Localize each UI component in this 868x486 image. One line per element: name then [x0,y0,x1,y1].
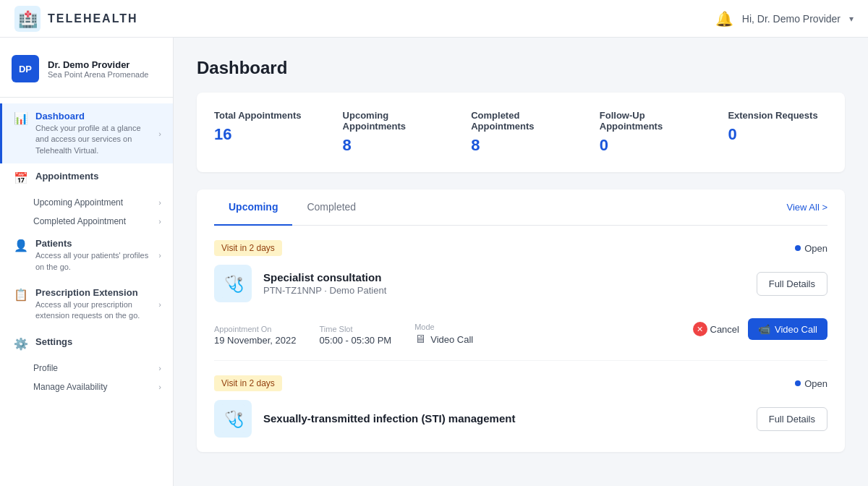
stat-label: Extension Requests [728,110,827,121]
svg-text:🏥: 🏥 [18,9,38,29]
chevron-right-icon: › [158,300,161,309]
sidebar: DP Dr. Demo Provider Sea Point Arena Pro… [0,38,174,486]
stat-label: Upcoming Appointments [343,110,443,132]
user-name: Dr. Demo Provider [48,59,148,70]
time-slot-group: Time Slot 05:00 - 05:30 PM [319,325,391,346]
sidebar-subitem-profile[interactable]: Profile › [0,359,173,378]
prescription-icon: 📋 [14,288,28,302]
sidebar-item-label: Appointments [35,171,161,182]
visit-badge: Visit in 2 days [214,240,282,256]
appointment-icon: 🩺 [214,265,252,302]
logo-text: TELEHEALTH [48,12,138,25]
stat-total-appointments: Total Appointments 16 [214,110,314,155]
mode-label: Mode [414,323,473,331]
appointment-card: Visit in 2 days Open 🩺 Sexually-tr [214,361,827,452]
stat-value: 8 [471,136,571,155]
time-slot-value: 05:00 - 05:30 PM [319,335,391,346]
tab-completed[interactable]: Completed [292,189,370,226]
subitem-label: Completed Appointment [33,216,126,226]
status-text: Open [804,378,827,389]
user-location: Sea Point Arena Promenade [48,70,148,79]
status-indicator: Open [795,378,827,389]
subitem-label: Profile [33,363,58,373]
stat-value: 8 [343,136,443,155]
user-profile: DP Dr. Demo Provider Sea Point Arena Pro… [0,49,173,98]
sidebar-subitem-manage-availability[interactable]: Manage Availability › [0,378,173,396]
stat-completed-appointments: Completed Appointments 8 [471,110,571,155]
tabs-list: Upcoming Completed [214,189,370,225]
status-dot [795,380,801,386]
appointment-title: Specialist consultation [263,271,745,284]
chevron-right-icon: › [158,364,161,372]
logo-container: 🏥 TELEHEALTH [14,6,138,32]
sidebar-item-label: Patients [35,238,151,249]
app-layout: DP Dr. Demo Provider Sea Point Arena Pro… [0,38,868,486]
view-all-link[interactable]: View All > [787,202,828,213]
sidebar-item-patients[interactable]: 👤 Patients Access all your patients' pro… [0,231,173,280]
appointment-icon: 🩺 [214,400,252,438]
stat-followup-appointments: Follow-Up Appointments 0 [600,110,699,155]
stat-label: Completed Appointments [471,110,571,132]
video-call-button[interactable]: 📹 Video Call [748,318,827,340]
appointment-on-label: Appointment On [214,325,296,333]
user-greeting: Hi, Dr. Demo Provider [742,13,841,25]
cancel-label: Cancel [710,324,739,335]
tab-upcoming[interactable]: Upcoming [214,189,292,226]
top-header: 🏥 TELEHEALTH 🔔 Hi, Dr. Demo Provider ▾ [0,0,868,38]
sidebar-item-desc: Check your profile at a glance and acces… [35,123,151,156]
logo-icon: 🏥 [14,6,41,32]
settings-icon: ⚙️ [14,337,28,351]
appointment-patient: PTN-TZ1NNP · Demo Patient [263,285,745,296]
full-details-button[interactable]: Full Details [757,407,827,431]
video-call-label: Video Call [775,324,817,335]
mode-group: Mode 🖥 Video Call [414,323,473,346]
appointment-date-group: Appointment On 19 November, 2022 [214,325,296,346]
chevron-down-icon[interactable]: ▾ [849,14,854,24]
sidebar-subitem-upcoming-appointment[interactable]: Upcoming Appointment › [0,193,173,212]
sidebar-item-prescription[interactable]: 📋 Prescription Extension Access all your… [0,280,173,329]
stat-value: 0 [728,125,827,144]
visit-badge: Visit in 2 days [214,375,282,391]
user-info: Dr. Demo Provider Sea Point Arena Promen… [48,59,148,79]
sidebar-item-dashboard[interactable]: 📊 Dashboard Check your profile at a glan… [0,103,173,163]
video-icon: 📹 [758,323,770,335]
cancel-button[interactable]: ✕ Cancel [693,322,739,336]
cancel-icon: ✕ [693,322,707,336]
avatar: DP [12,55,39,82]
notification-icon[interactable]: 🔔 [715,10,733,27]
chevron-right-icon: › [158,198,161,207]
status-dot [795,245,801,251]
page-title: Dashboard [197,58,845,78]
full-details-button[interactable]: Full Details [757,272,827,296]
chevron-right-icon: › [158,251,161,260]
sidebar-subitem-completed-appointment[interactable]: Completed Appointment › [0,212,173,231]
svg-text:🩺: 🩺 [224,409,244,429]
appointment-title: Sexually-transmitted infection (STI) man… [263,412,745,425]
sidebar-item-label: Prescription Extension [35,287,151,298]
appointments-icon: 📅 [14,171,28,186]
stat-label: Follow-Up Appointments [600,110,699,132]
sidebar-item-desc: Access all your prescription extension r… [35,299,151,322]
appointments-tabs-container: Upcoming Completed View All > Visit in 2… [197,189,845,452]
svg-text:🩺: 🩺 [224,274,244,294]
sidebar-item-settings[interactable]: ⚙️ Settings [0,329,173,359]
stat-upcoming-appointments: Upcoming Appointments 8 [343,110,443,155]
dashboard-icon: 📊 [14,111,28,126]
chevron-right-icon: › [158,217,161,226]
sidebar-item-appointments[interactable]: 📅 Appointments [0,163,173,193]
sidebar-item-label: Dashboard [35,111,151,122]
patients-icon: 👤 [14,239,28,253]
appointment-date: 19 November, 2022 [214,335,296,346]
chevron-right-icon: › [158,129,161,138]
status-text: Open [804,243,827,254]
status-indicator: Open [795,243,827,254]
stat-extension-requests: Extension Requests 0 [728,110,827,155]
mode-value: Video Call [430,334,473,345]
video-mode-icon: 🖥 [414,333,426,346]
stats-card: Total Appointments 16 Upcoming Appointme… [197,93,845,172]
subitem-label: Upcoming Appointment [33,197,123,208]
header-right: 🔔 Hi, Dr. Demo Provider ▾ [715,10,854,27]
appointment-card: Visit in 2 days Open 🩺 Specialist [214,226,827,361]
sidebar-item-desc: Access all your patients' profiles on th… [35,250,151,273]
sidebar-item-label: Settings [35,336,161,347]
